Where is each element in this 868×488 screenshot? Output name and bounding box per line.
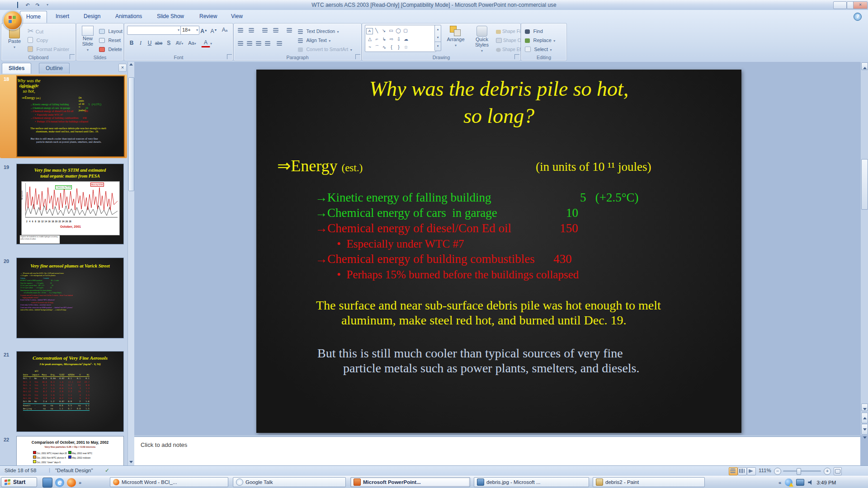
energy-item-diesel-value[interactable]: 150: [560, 221, 578, 235]
qat-customize-icon[interactable]: ▾: [43, 1, 52, 9]
paragraph-dialog-launcher[interactable]: [355, 54, 360, 59]
tab-review[interactable]: Review: [193, 11, 223, 22]
energy-item-cars-value[interactable]: 10: [566, 206, 578, 220]
italic-button[interactable]: I: [136, 39, 145, 48]
thumbnail-image-20[interactable]: Very fine aerosol plumes at Varick Stree…: [16, 258, 124, 338]
next-slide-button[interactable]: [861, 424, 868, 435]
numbering-button[interactable]: [247, 26, 256, 35]
notes-pane[interactable]: Click to add notes: [134, 436, 860, 466]
network-icon[interactable]: [796, 479, 804, 486]
energy-item-combustibles[interactable]: →Chemical energy of building combustible…: [315, 252, 534, 266]
shape-curve-icon[interactable]: ∿: [381, 44, 388, 51]
gallery-up-icon[interactable]: ▴: [435, 25, 441, 33]
scroll-down-icon[interactable]: [861, 404, 868, 411]
zoom-slider-track[interactable]: [783, 470, 821, 472]
grow-font-button[interactable]: A▲: [199, 26, 208, 35]
slide-title-line2[interactable]: so long?: [256, 104, 741, 128]
cut-button[interactable]: ✂ Cut: [28, 27, 43, 35]
shape-rectangle-icon[interactable]: ▭: [387, 27, 395, 34]
thumbnail-image-19[interactable]: Very fine mass by STIM and estimated tot…: [16, 164, 124, 244]
align-center-button[interactable]: [245, 39, 255, 48]
shape-triangle-icon[interactable]: △: [366, 36, 373, 42]
shape-down-arrow-icon[interactable]: ⇩: [395, 36, 402, 42]
shape-oval-icon[interactable]: ◯: [395, 27, 402, 34]
font-color-button[interactable]: A: [201, 39, 210, 47]
save-icon[interactable]: [14, 1, 22, 9]
shapes-gallery-scroll[interactable]: ▴ ▾ ▾: [434, 25, 441, 51]
previous-slide-button[interactable]: [861, 413, 868, 423]
scroll-thumb[interactable]: [861, 159, 868, 210]
tab-animations[interactable]: Animations: [109, 11, 148, 22]
normal-view-button[interactable]: [729, 467, 738, 475]
align-right-button[interactable]: [255, 39, 264, 48]
arrange-button[interactable]: Arrange ▾: [443, 26, 468, 47]
energy-item-kinetic-value[interactable]: 5 (+2.5°C): [580, 191, 639, 205]
panel-scroll-down-icon[interactable]: [128, 460, 133, 465]
text-shadow-button[interactable]: S: [164, 39, 173, 48]
shape-fill-button[interactable]: Shape Fill: [496, 27, 522, 35]
help-icon[interactable]: ?: [854, 13, 862, 21]
tab-design[interactable]: Design: [78, 11, 106, 22]
replace-button[interactable]: Replace ▾: [525, 36, 555, 44]
gallery-down-icon[interactable]: ▾: [435, 33, 441, 42]
energy-heading[interactable]: ⇒Energy (est.): [277, 156, 363, 175]
energy-item-cars[interactable]: →Chemical energy of cars in garage: [315, 206, 497, 220]
tab-view[interactable]: View: [225, 11, 249, 22]
paragraph-surface-line2[interactable]: aluminum, make steel red hot, and burned…: [341, 313, 627, 328]
shape-cloud-icon[interactable]: ☁: [402, 36, 410, 42]
paragraph-cooler-line1[interactable]: But this is still much cooler than typic…: [317, 346, 623, 361]
speaker-icon[interactable]: [808, 480, 813, 485]
firefox-icon[interactable]: [67, 478, 76, 487]
shape-line-icon[interactable]: ╲: [373, 27, 380, 34]
slide-sorter-view-button[interactable]: [738, 467, 747, 475]
decrease-indent-button[interactable]: [261, 26, 270, 35]
thumbnail-slide-19[interactable]: 19 Very fine mass by STIM and estimated …: [0, 163, 127, 245]
thumbnail-image-22[interactable]: Comparison of October, 2001 to May, 2002…: [16, 436, 124, 465]
shape-arrow-icon[interactable]: ↘: [380, 27, 387, 34]
thumbnail-image-21[interactable]: Concentration of Very Fine Aerosols 3 hr…: [16, 351, 124, 432]
energy-item-diesel[interactable]: →Chemical energy of diesel/Con Ed oil: [315, 221, 511, 235]
thumbnail-image-18[interactable]: Why was the debris pile so hot, so long?…: [16, 75, 125, 157]
copy-button[interactable]: Copy: [28, 36, 48, 44]
minimize-button[interactable]: [833, 1, 847, 9]
thumbnail-slide-20[interactable]: 20 Very fine aerosol plumes at Varick St…: [0, 257, 127, 339]
font-dialog-launcher[interactable]: [227, 54, 232, 59]
paragraph-cooler-line2[interactable]: particle metals such as power plants, sm…: [343, 361, 639, 375]
taskbar-button-powerpoint[interactable]: Microsoft PowerPoint...: [350, 477, 470, 487]
energy-item-combustibles-value[interactable]: 430: [553, 252, 572, 266]
delete-button[interactable]: Delete: [99, 45, 122, 53]
new-slide-button[interactable]: New Slide ▾: [77, 26, 98, 52]
drawing-dialog-launcher[interactable]: [514, 54, 519, 59]
increase-indent-button[interactable]: [272, 26, 281, 35]
energy-item-kinetic[interactable]: →Kinetic energy of falling building: [315, 191, 491, 205]
font-name-combo[interactable]: ▾: [127, 26, 181, 35]
zoom-out-icon[interactable]: −: [774, 468, 781, 475]
shape-brace-right-icon[interactable]: }: [395, 44, 402, 51]
convert-smartart-button[interactable]: Convert to SmartArt ▾: [298, 45, 352, 53]
sub-bullet-burned[interactable]: • Perhaps 15% burned before the building…: [337, 268, 579, 281]
tab-slide-show[interactable]: Slide Show: [151, 11, 190, 22]
quicklaunch-overflow-icon[interactable]: »: [79, 480, 81, 485]
thumbnail-slide-18[interactable]: 18 Why was the debris pile so hot, so lo…: [0, 75, 127, 158]
panel-scroll-up-icon[interactable]: [128, 62, 133, 67]
taskbar-button-google-talk[interactable]: Google Talk: [233, 477, 346, 487]
tray-expand-icon[interactable]: «: [778, 480, 781, 485]
close-button[interactable]: ×: [853, 1, 868, 9]
align-left-button[interactable]: [236, 39, 245, 48]
zoom-in-icon[interactable]: +: [824, 468, 831, 475]
scroll-up-icon[interactable]: [861, 62, 868, 70]
font-size-combo[interactable]: 18+▾: [180, 26, 199, 35]
spellcheck-icon[interactable]: ✓: [105, 467, 109, 474]
panel-scrollbar[interactable]: [127, 62, 134, 465]
underline-button[interactable]: U: [145, 39, 154, 48]
align-text-button[interactable]: Align Text ▾: [298, 36, 330, 44]
format-painter-button[interactable]: Format Painter: [28, 45, 69, 53]
text-direction-button[interactable]: Text Direction ▾: [298, 27, 339, 35]
tab-slides-pane[interactable]: Slides: [2, 63, 31, 74]
tab-home[interactable]: Home: [20, 11, 47, 23]
undo-icon[interactable]: ↶: [24, 1, 32, 9]
character-spacing-button[interactable]: AV▾: [175, 39, 184, 48]
font-color-caret-icon[interactable]: ▾: [210, 42, 212, 46]
taskbar-button-debris-jpg[interactable]: debris.jpg - Microsoft ...: [474, 477, 589, 487]
bold-button[interactable]: B: [127, 39, 136, 48]
